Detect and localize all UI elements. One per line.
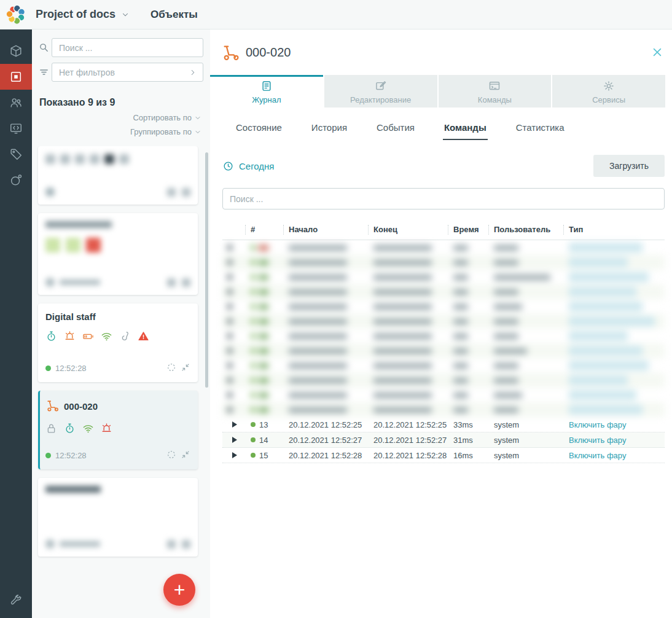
subtab-commands[interactable]: Команды (443, 122, 488, 140)
siren-icon (64, 331, 76, 345)
cube-icon (9, 44, 23, 58)
tab-journal[interactable]: Журнал (210, 75, 323, 108)
load-button[interactable]: Загрузить (593, 155, 665, 177)
date-filter-today[interactable]: Сегодня (222, 160, 275, 172)
sidebar-item-tags[interactable] (0, 141, 32, 167)
row-command-link[interactable]: Включить фару (569, 420, 626, 429)
chevron-down-icon (194, 128, 201, 136)
status-dot (251, 453, 256, 458)
loading-ring-icon[interactable] (166, 450, 176, 461)
table-row-blurred (222, 240, 665, 255)
blurred-content (45, 486, 190, 549)
row-expand-button[interactable] (232, 421, 237, 428)
collapse-arrows-icon[interactable] (181, 450, 190, 461)
table-row-blurred (222, 373, 665, 388)
status-dot (251, 422, 256, 427)
row-expand-button[interactable] (232, 437, 237, 443)
panel-scrollbar[interactable] (205, 152, 208, 388)
row-user: system (489, 436, 564, 445)
battery-icon (82, 331, 94, 345)
scooter-icon (221, 43, 240, 61)
row-command-link[interactable]: Включить фару (569, 451, 626, 460)
table-row-blurred (222, 270, 665, 284)
row-expand-button[interactable] (232, 452, 237, 458)
subtab-statistics[interactable]: Статистика (515, 122, 566, 140)
menu-item-objects[interactable]: Объекты (150, 9, 198, 21)
chevron-right-icon (189, 68, 197, 77)
sidebar-item-models[interactable] (0, 38, 32, 64)
shown-count: Показано 9 из 9 (39, 97, 203, 108)
table-blurred-rows (222, 240, 665, 417)
tab-services[interactable]: Сервисы (552, 75, 665, 108)
col-expand (222, 225, 246, 235)
tab-commands[interactable]: Команды (439, 75, 552, 108)
table-row[interactable]: 13 20.12.2021 12:52:25 20.12.2021 12:52:… (222, 417, 665, 432)
siren-icon (101, 423, 112, 437)
tab-edit[interactable]: Редактирование (324, 75, 437, 108)
group-by-button[interactable]: Группировать по (32, 125, 201, 139)
sidebar-item-handlers[interactable] (0, 115, 32, 141)
row-number: 15 (259, 451, 268, 460)
object-card-000-020[interactable]: 000-020 12:52:28 (38, 391, 198, 469)
gear-icon (603, 80, 615, 92)
lock-icon (45, 423, 57, 437)
row-start: 20.12.2021 12:52:25 (284, 420, 369, 429)
row-start: 20.12.2021 12:52:28 (284, 451, 369, 460)
table-row-blurred (222, 388, 665, 402)
object-card-blurred[interactable] (38, 213, 198, 295)
blurred-content (45, 221, 190, 287)
collapse-arrows-icon[interactable] (181, 362, 190, 374)
status-dot (45, 366, 51, 371)
table-row-blurred (222, 284, 665, 299)
add-object-button[interactable]: + (163, 574, 195, 606)
table-row[interactable]: 15 20.12.2021 12:52:28 20.12.2021 12:52:… (222, 448, 665, 463)
row-end: 20.12.2021 12:52:27 (369, 436, 448, 445)
project-selector[interactable]: Project of docs (36, 8, 130, 21)
app-root: Project of docs Объекты (0, 0, 672, 618)
col-end: Конец (369, 225, 448, 235)
object-card-blurred[interactable] (38, 478, 198, 557)
object-header: 000-020 (210, 29, 672, 75)
close-button[interactable] (651, 46, 663, 58)
commands-search-row (222, 188, 665, 209)
sidebar-item-objects[interactable] (0, 64, 32, 90)
subtab-history[interactable]: История (310, 122, 348, 140)
search-input[interactable] (58, 42, 197, 53)
panel-filter-row (36, 63, 203, 82)
blurred-content (45, 154, 190, 197)
wrench-icon (9, 593, 23, 607)
object-card-digital-staff[interactable]: Digital staff 12:52:28 (38, 303, 198, 382)
search-icon (36, 42, 52, 53)
commands-search-input[interactable] (229, 194, 658, 205)
wifi-icon (101, 331, 112, 345)
hook-icon (119, 331, 131, 345)
sort-by-button[interactable]: Сортировать по (32, 111, 201, 125)
sidebar-item-users[interactable] (0, 90, 32, 115)
row-command-link[interactable]: Включить фару (569, 436, 626, 445)
subtab-state[interactable]: Состояние (235, 122, 283, 140)
filter-input[interactable] (58, 67, 189, 78)
today-label: Сегодня (239, 161, 275, 171)
table-row-blurred (222, 343, 665, 358)
sidebar-item-settings[interactable] (0, 587, 32, 613)
loading-ring-icon[interactable] (166, 362, 176, 374)
sidebar-item-network[interactable] (0, 167, 32, 193)
monitor-code-icon (9, 122, 23, 135)
chevron-down-icon (121, 10, 130, 19)
filter-input-box[interactable] (52, 63, 203, 82)
date-filter-row: Сегодня Загрузить (222, 155, 665, 177)
edit-icon (375, 80, 387, 92)
table-row-blurred (222, 402, 665, 417)
table-row-blurred (222, 255, 665, 270)
group-by-label: Группировать по (130, 125, 192, 139)
subtab-events[interactable]: События (375, 122, 416, 140)
table-row[interactable]: 14 20.12.2021 12:52:27 20.12.2021 12:52:… (222, 432, 665, 448)
table-header: # Начало Конец Время Пользователь Тип (222, 219, 665, 240)
sort-controls: Сортировать по Группировать по (32, 111, 201, 139)
commands-table: # Начало Конец Время Пользователь Тип 13… (222, 219, 665, 463)
row-user: system (489, 451, 564, 460)
app-logo-icon (5, 4, 27, 26)
filter-icon (36, 67, 52, 77)
col-number: # (246, 225, 284, 235)
object-card-blurred[interactable] (38, 146, 198, 205)
